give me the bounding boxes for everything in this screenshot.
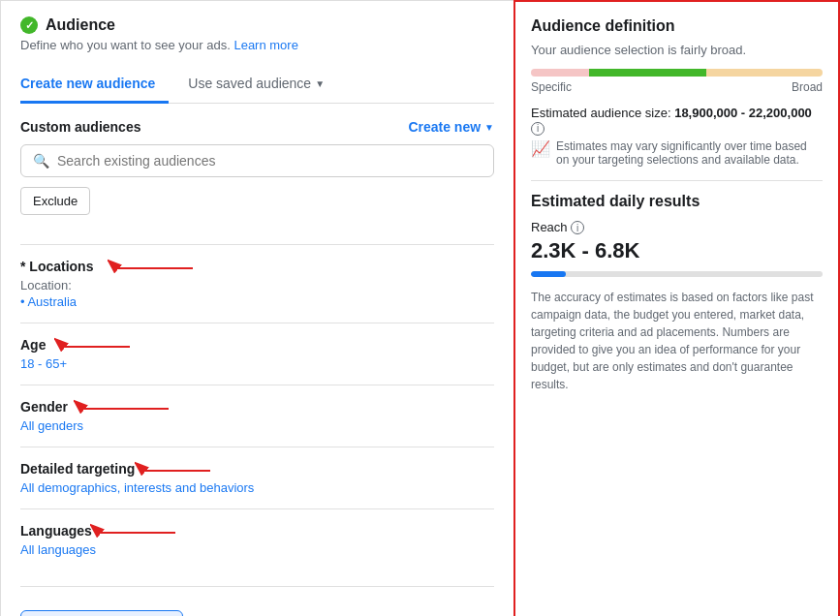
locations-title-text: * Locations — [20, 259, 93, 274]
search-input[interactable] — [57, 153, 482, 169]
detailed-targeting-value: All demographics, interests and behavior… — [20, 480, 494, 495]
estimated-size-label: Estimated audience size: — [531, 106, 671, 120]
exclude-button[interactable]: Exclude — [20, 187, 90, 215]
right-panel: Audience definition Your audience select… — [513, 0, 840, 616]
locations-title: * Locations — [20, 259, 494, 274]
languages-arrow — [90, 521, 177, 544]
age-arrow — [54, 335, 132, 358]
info-icon[interactable]: i — [531, 122, 544, 136]
estimates-note: 📈 Estimates may vary significantly over … — [531, 139, 823, 181]
audience-title: Audience — [20, 16, 494, 34]
tab-create-new[interactable]: Create new audience — [20, 66, 169, 104]
detailed-targeting-arrow — [135, 459, 212, 482]
search-box: 🔍 — [20, 144, 494, 177]
gender-title-text: Gender — [20, 399, 68, 415]
estimates-note-text: Estimates may vary significantly over ti… — [556, 139, 823, 167]
gender-arrow — [74, 397, 171, 420]
gender-value: All genders — [20, 418, 494, 433]
create-new-button[interactable]: Create new ▼ — [408, 119, 494, 135]
audience-title-text: Audience — [46, 16, 115, 34]
graph-icon: 📈 — [531, 139, 550, 158]
tab-saved-audience[interactable]: Use saved audience ▼ — [188, 66, 338, 104]
age-title: Age — [20, 337, 494, 353]
tabs-container: Create new audience Use saved audience ▼ — [20, 66, 494, 104]
audience-header: Audience Define who you want to see your… — [20, 16, 494, 52]
custom-audiences-label: Custom audiences — [20, 119, 140, 135]
reach-value: 2.3K - 6.8K — [531, 238, 823, 263]
check-icon — [20, 16, 38, 34]
estimated-size: Estimated audience size: 18,900,000 - 22… — [531, 106, 823, 136]
divider-1 — [20, 244, 494, 245]
audience-definition-section: Audience definition Your audience select… — [531, 17, 823, 181]
age-section: Age 18 - 65+ — [20, 337, 494, 371]
detailed-targeting-section: Detailed targeting All demographics, int… — [20, 461, 494, 495]
specific-label: Specific — [531, 80, 572, 94]
audience-subtitle: Define who you want to see your ads. Lea… — [20, 38, 494, 52]
audience-definition-title: Audience definition — [531, 17, 823, 35]
detailed-targeting-title-text: Detailed targeting — [20, 461, 135, 477]
estimated-size-value: 18,900,000 - 22,200,000 — [674, 106, 812, 120]
languages-section: Languages All languages — [20, 523, 494, 557]
gender-title: Gender — [20, 399, 494, 415]
reach-info-icon[interactable]: i — [571, 221, 584, 234]
save-audience-button[interactable]: Save this audience — [20, 610, 183, 616]
audience-meter: Specific Broad — [531, 69, 823, 94]
gender-section: Gender All genders — [20, 399, 494, 433]
locations-section: * Locations Location: Australia — [20, 259, 494, 309]
search-icon: 🔍 — [33, 153, 49, 169]
age-title-text: Age — [20, 337, 46, 353]
meter-labels: Specific Broad — [531, 80, 823, 94]
location-sub-label: Location: — [20, 278, 494, 293]
age-value: 18 - 65+ — [20, 356, 494, 371]
create-new-dropdown-arrow: ▼ — [484, 122, 494, 133]
learn-more-link[interactable]: Learn more — [233, 38, 297, 52]
reach-label: Reach i — [531, 220, 823, 235]
reach-disclaimer: The accuracy of estimates is based on fa… — [531, 289, 823, 393]
reach-bar — [531, 271, 823, 277]
daily-results-title: Estimated daily results — [531, 193, 823, 210]
location-australia: Australia — [20, 294, 494, 309]
detailed-targeting-title: Detailed targeting — [20, 461, 494, 477]
tab-saved-label: Use saved audience — [188, 76, 311, 91]
divider-2 — [20, 323, 494, 323]
locations-arrow — [108, 257, 195, 280]
divider-bottom — [20, 586, 494, 587]
create-new-label: Create new — [408, 119, 481, 135]
daily-results-section: Estimated daily results Reach i 2.3K - 6… — [531, 193, 823, 394]
custom-audiences-header: Custom audiences Create new ▼ — [20, 119, 494, 135]
tab-dropdown-arrow: ▼ — [315, 78, 325, 89]
divider-3 — [20, 385, 494, 385]
tab-create-new-label: Create new audience — [20, 76, 155, 91]
languages-title: Languages — [20, 523, 494, 539]
subtitle-text: Define who you want to see your ads. — [20, 38, 231, 52]
languages-value: All languages — [20, 542, 494, 557]
divider-4 — [20, 447, 494, 447]
audience-definition-subtitle: Your audience selection is fairly broad. — [531, 43, 823, 57]
divider-5 — [20, 508, 494, 509]
broad-label: Broad — [792, 80, 823, 94]
reach-bar-fill — [531, 271, 566, 277]
languages-title-text: Languages — [20, 523, 92, 539]
meter-track — [531, 69, 823, 77]
